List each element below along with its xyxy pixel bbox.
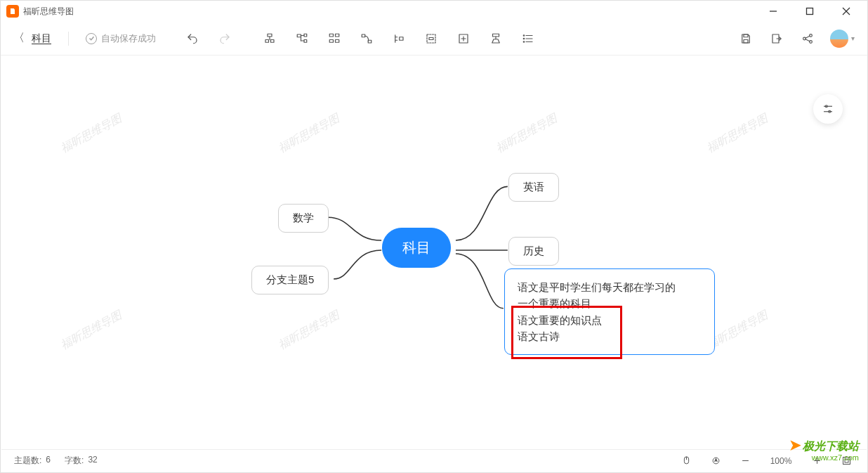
svg-rect-21 (400, 37, 403, 40)
format-button[interactable] (487, 30, 504, 47)
zoom-out-button[interactable] (737, 453, 753, 469)
svg-point-33 (523, 38, 525, 39)
mouse-mode-button[interactable] (678, 453, 694, 469)
svg-rect-17 (336, 39, 339, 42)
svg-rect-22 (427, 34, 435, 43)
svg-rect-15 (336, 34, 339, 37)
node-history[interactable]: 历史 (508, 237, 559, 266)
note-line: 语文是平时学生们每天都在学习的 (518, 279, 702, 295)
close-button[interactable] (836, 1, 856, 21)
titlebar: 福昕思维导图 (1, 1, 867, 22)
summary-button[interactable] (390, 30, 407, 47)
outline-button[interactable] (520, 30, 537, 47)
watermark: 福昕思维导图 (276, 112, 343, 157)
redo-button[interactable] (216, 30, 233, 47)
layout-button[interactable] (326, 30, 343, 47)
user-menu[interactable]: ▾ (830, 30, 855, 48)
watermark: 福昕思维导图 (704, 112, 771, 157)
watermark: 福昕思维导图 (494, 112, 560, 157)
svg-rect-36 (744, 39, 748, 43)
locate-button[interactable] (708, 453, 723, 469)
svg-rect-12 (304, 39, 307, 42)
maximize-button[interactable] (800, 1, 820, 21)
statusbar: 主题数: 6 字数: 32 100% (1, 449, 867, 472)
svg-rect-8 (297, 34, 301, 37)
node-english[interactable]: 英语 (508, 173, 559, 202)
share-button[interactable] (799, 30, 816, 47)
app-logo (6, 5, 19, 18)
toolbar-right-group: ▾ (737, 30, 855, 48)
topic-count-label: 主题数: (14, 455, 41, 467)
word-count-label: 字数: (65, 455, 84, 467)
node-branch5[interactable]: 分支主题5 (251, 266, 329, 294)
svg-rect-16 (329, 39, 333, 42)
watermark: 福昕思维导图 (58, 112, 125, 157)
insert-sibling-button[interactable] (261, 30, 278, 47)
node-math[interactable]: 数学 (278, 204, 329, 233)
minimize-button[interactable] (763, 1, 783, 21)
svg-point-34 (523, 41, 525, 42)
svg-rect-14 (329, 34, 333, 37)
breadcrumb[interactable]: 科目 (32, 32, 51, 45)
note-line: 语文重要的知识点 (518, 312, 702, 328)
canvas[interactable]: 福昕思维导图 福昕思维导图 福昕思维导图 福昕思维导图 福昕思维导图 福昕思维导… (1, 56, 867, 448)
boundary-button[interactable] (423, 30, 440, 47)
word-count-value: 32 (88, 455, 97, 467)
svg-rect-35 (744, 34, 748, 37)
node-note-editing[interactable]: 语文是平时学生们每天都在学习的 一个重要的科目 语文重要的知识点 语文古诗 (504, 268, 715, 355)
watermark: 福昕思维导图 (276, 309, 343, 354)
export-button[interactable] (768, 30, 785, 47)
svg-rect-10 (304, 34, 307, 37)
svg-rect-7 (271, 39, 275, 42)
svg-line-41 (805, 36, 810, 38)
svg-rect-6 (265, 39, 269, 42)
toolbar-structure-group (261, 30, 537, 47)
watermark: 福昕思维导图 (58, 309, 125, 354)
insert-button[interactable] (455, 30, 472, 47)
canvas-settings-button[interactable] (813, 94, 843, 124)
insert-child-button[interactable] (294, 30, 310, 47)
note-line: 一个重要的科目 (518, 295, 702, 311)
central-node[interactable]: 科目 (382, 228, 451, 268)
topic-count-value: 6 (46, 455, 51, 467)
svg-rect-23 (429, 37, 433, 39)
site-name: 极光下载站 (803, 440, 859, 452)
note-line: 语文古诗 (518, 328, 702, 344)
site-watermark: ➤极光下载站 www.xz7.com (789, 436, 859, 462)
separator (68, 32, 69, 46)
relation-button[interactable] (358, 30, 375, 47)
svg-rect-1 (807, 8, 813, 15)
check-circle-icon (86, 33, 97, 44)
site-url: www.xz7.com (789, 453, 859, 462)
undo-button[interactable] (184, 30, 201, 47)
avatar-icon (830, 30, 848, 48)
toolbar-edit-group (184, 30, 233, 47)
autosave-label: 自动保存成功 (101, 32, 156, 45)
svg-rect-18 (362, 34, 365, 37)
back-button[interactable]: 〈 (13, 31, 25, 46)
save-button[interactable] (737, 30, 754, 47)
autosave-status: 自动保存成功 (86, 32, 156, 45)
svg-line-42 (805, 39, 810, 41)
svg-marker-50 (714, 458, 717, 461)
main-toolbar: 〈 科目 自动保存成功 ▾ (1, 22, 867, 56)
window-controls (763, 1, 862, 21)
svg-point-32 (523, 34, 525, 36)
chevron-down-icon: ▾ (851, 34, 855, 42)
app-title: 福昕思维导图 (23, 6, 74, 18)
